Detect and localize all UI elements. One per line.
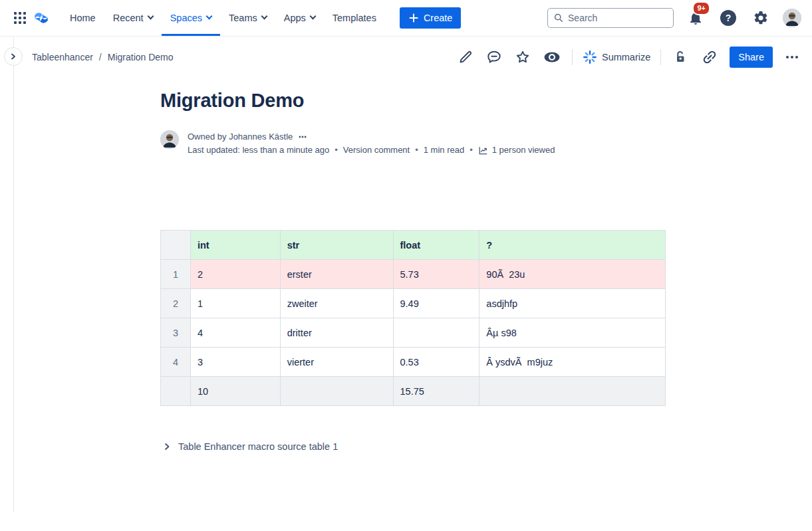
primary-nav: Home Recent Spaces Teams Apps Templates — [61, 0, 385, 36]
restrictions-button[interactable] — [671, 48, 690, 66]
ai-sparkle-icon — [583, 50, 597, 64]
table-cell: 1 — [190, 289, 280, 318]
row-number-cell: 2 — [161, 289, 191, 318]
breadcrumb-page-link[interactable]: Migration Demo — [108, 52, 174, 62]
search-icon — [554, 13, 563, 23]
table-cell: asdjhfp — [479, 289, 666, 318]
chevron-right-icon — [9, 53, 17, 60]
row-number-cell: 3 — [161, 318, 191, 348]
user-avatar-image — [783, 9, 801, 27]
notifications-button[interactable]: 9+ — [685, 7, 706, 29]
nav-label-apps: Apps — [284, 13, 306, 23]
table-cell: 5.73 — [393, 260, 479, 289]
top-navigation-bar: Home Recent Spaces Teams Apps Templates … — [0, 0, 812, 37]
content-table: intstrfloat?12erster5.7390Ã 23u21zweiter… — [160, 230, 666, 406]
edit-button[interactable] — [456, 48, 475, 66]
copy-link-button[interactable] — [700, 47, 720, 67]
analytics-chart-icon — [478, 146, 488, 156]
table-header-row: intstrfloat? — [161, 231, 666, 260]
byline-more-icon[interactable] — [298, 132, 307, 142]
create-button-label: Create — [424, 13, 453, 23]
notification-badge: 9+ — [692, 1, 710, 15]
create-button[interactable]: Create — [400, 7, 462, 29]
table-cell: 0.53 — [393, 348, 479, 377]
nav-item-home[interactable]: Home — [61, 0, 104, 36]
page-toolbar: Tableenhancer / Migration Demo — [0, 37, 812, 77]
last-updated-text[interactable]: Last updated: less than a minute ago — [188, 144, 329, 157]
link-icon — [701, 49, 718, 66]
settings-button[interactable] — [750, 7, 771, 29]
chevron-right-icon — [163, 443, 171, 451]
breadcrumb-separator: / — [99, 52, 102, 62]
nav-label-teams: Teams — [229, 13, 257, 23]
chevron-down-icon — [261, 13, 267, 20]
column-header-question: ? — [479, 231, 666, 260]
page-content: Migration Demo Owned by Johannes Kästle … — [160, 77, 666, 452]
comment-button[interactable] — [485, 48, 503, 66]
viewed-text: 1 person viewed — [492, 144, 555, 157]
column-header-int: int — [190, 231, 280, 260]
expand-sidebar-button[interactable] — [4, 47, 23, 66]
confluence-logo[interactable] — [31, 7, 52, 29]
help-icon: ? — [720, 10, 736, 26]
column-header-float: float — [393, 231, 479, 260]
summarize-button[interactable]: Summarize — [583, 50, 650, 64]
share-button[interactable]: Share — [730, 47, 773, 68]
nav-item-teams[interactable]: Teams — [220, 0, 275, 36]
expand-macro-toggle[interactable]: Table Enhancer macro source table 1 — [160, 441, 338, 452]
table-footer-cell — [280, 377, 393, 406]
nav-item-templates[interactable]: Templates — [324, 0, 385, 36]
table-row: 43vierter0.53Â ysdvÃ m9juz — [161, 348, 666, 377]
row-number-cell: 4 — [161, 348, 191, 377]
more-actions-button[interactable] — [783, 48, 801, 66]
share-button-label: Share — [738, 52, 764, 62]
watch-button[interactable] — [542, 47, 562, 67]
table-cell — [393, 318, 479, 348]
table-cell: 90Ã 23u — [479, 260, 666, 289]
table-cell: Âµ s98 — [479, 318, 666, 348]
toolbar-divider — [660, 49, 661, 65]
app-switcher-button[interactable] — [9, 7, 31, 29]
nav-label-home: Home — [70, 13, 96, 23]
meta-separator: • — [415, 144, 418, 157]
search-box[interactable] — [547, 8, 674, 28]
nav-item-spaces[interactable]: Spaces — [162, 0, 220, 36]
owner-text[interactable]: Owned by Johannes Kästle — [188, 130, 293, 144]
table-cell: 2 — [190, 260, 280, 289]
comment-icon — [486, 49, 502, 65]
pencil-icon — [458, 49, 474, 65]
help-button[interactable]: ? — [718, 7, 739, 29]
help-glyph: ? — [726, 13, 732, 23]
toolbar-divider — [572, 49, 573, 65]
version-comment-link[interactable]: Version comment — [343, 144, 410, 157]
unlock-icon — [672, 49, 688, 65]
confluence-logo-icon — [33, 9, 50, 27]
table-cell: erster — [280, 260, 393, 289]
table-footer-row: 1015.75 — [161, 377, 666, 406]
nav-item-recent[interactable]: Recent — [104, 0, 162, 36]
table-row: 34dritterÂµ s98 — [161, 318, 666, 348]
chevron-down-icon — [147, 13, 154, 20]
user-avatar[interactable] — [783, 9, 801, 27]
nav-label-spaces: Spaces — [170, 13, 202, 23]
nav-label-recent: Recent — [113, 13, 144, 23]
breadcrumb-space-link[interactable]: Tableenhancer — [32, 52, 93, 62]
star-icon — [515, 49, 531, 65]
analytics-link[interactable]: 1 person viewed — [478, 144, 555, 157]
meta-separator: • — [335, 144, 338, 157]
page-title: Migration Demo — [160, 88, 666, 112]
app-grid-icon — [13, 11, 27, 25]
gear-icon — [753, 10, 769, 26]
table-row: 21zweiter9.49asdjhfp — [161, 289, 666, 318]
search-input[interactable] — [568, 13, 667, 23]
table-cell: Â ysdvÃ m9juz — [479, 348, 666, 377]
breadcrumb: Tableenhancer / Migration Demo — [32, 52, 174, 62]
nav-item-apps[interactable]: Apps — [275, 0, 324, 36]
star-button[interactable] — [513, 48, 532, 66]
plus-icon — [408, 13, 419, 23]
column-header-str: str — [280, 231, 393, 260]
owner-avatar[interactable] — [160, 130, 179, 149]
row-number-cell — [161, 377, 191, 406]
table-footer-cell: 15.75 — [393, 377, 479, 406]
row-number-cell: 1 — [161, 260, 191, 289]
